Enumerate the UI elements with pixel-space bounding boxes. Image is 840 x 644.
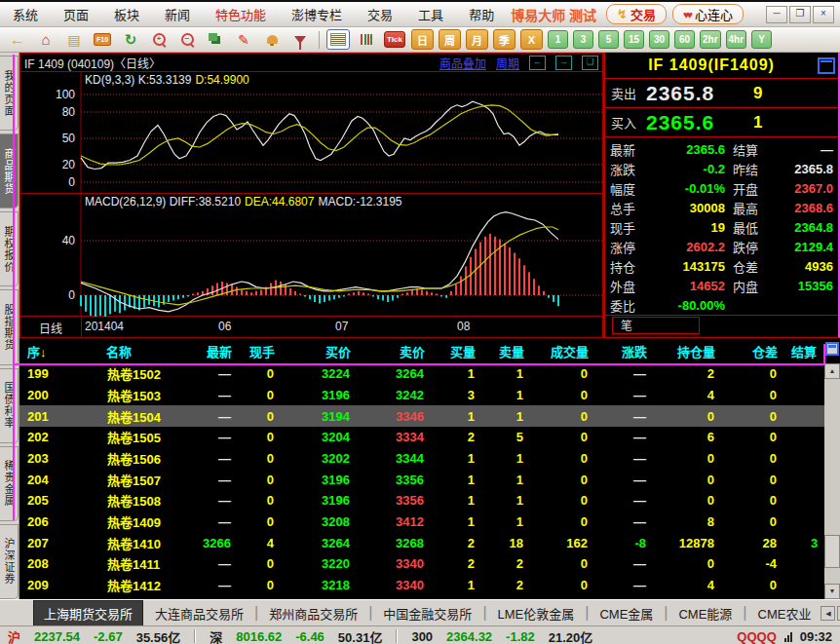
overlay-link[interactable]: 商品叠加 (439, 55, 486, 71)
column-header-涨跌[interactable]: 涨跌 (596, 342, 655, 360)
column-header-名称[interactable]: 名称 (64, 342, 173, 360)
scroll-down-arrow[interactable]: ▼ (824, 584, 840, 599)
period-button-60[interactable]: 60 (674, 30, 695, 49)
sidebar-tab-稀贵金属[interactable]: 稀贵金属 (0, 446, 19, 521)
period-button-15[interactable]: 15 (624, 30, 644, 49)
column-header-最新[interactable]: 最新 (173, 342, 240, 360)
column-header-买量[interactable]: 买量 (433, 342, 483, 360)
edit-pencil-icon[interactable]: ✎ (232, 29, 255, 50)
period-button-5[interactable]: 5 (598, 30, 619, 49)
kd-indicator-panel[interactable]: KD(9,3,3) K:53.3139D:54.9900 1008050200 (20, 72, 602, 194)
period-button-X[interactable]: X (520, 29, 543, 50)
tick-tab[interactable]: 笔 (612, 317, 700, 334)
menu-item-板块[interactable]: 板块 (101, 8, 152, 22)
table-corner-window-icon[interactable] (825, 342, 839, 356)
sidebar-tab-国债利率[interactable]: 国债利率 (0, 368, 19, 443)
menu-item-帮助[interactable]: 帮助 (456, 8, 507, 22)
exchange-tab-CME能源[interactable]: CME能源 (668, 601, 742, 625)
column-header-成交量[interactable]: 成交量 (532, 342, 596, 360)
column-header-买价[interactable]: 买价 (283, 342, 359, 360)
quote-table-view-button[interactable] (326, 29, 350, 50)
exchange-tab-上海期货交易所[interactable]: 上海期货交易所 (33, 600, 143, 626)
column-header-持仓量[interactable]: 持仓量 (655, 342, 723, 360)
cell: 12878 (655, 536, 723, 550)
macd-chart[interactable]: 400 (20, 194, 602, 317)
period-button-日[interactable]: 日 (411, 29, 434, 50)
overlay-icon[interactable] (204, 29, 227, 50)
exchange-tab-LME伦敦金属[interactable]: LME伦敦金属 (488, 601, 585, 625)
sidebar-tab-股指期货[interactable]: 股指期货 (0, 289, 19, 364)
period-button-月[interactable]: 月 (466, 29, 488, 50)
exchange-tab-CME农业[interactable]: CME农业 (748, 601, 821, 625)
period-button-30[interactable]: 30 (649, 30, 669, 49)
column-header-卖价[interactable]: 卖价 (359, 342, 433, 360)
exchange-tab-中国金融交易所[interactable]: 中国金融交易所 (373, 601, 481, 625)
heart-link-button[interactable]: ♥♥ 心连心 (672, 4, 744, 24)
period-button-3[interactable]: 3 (573, 30, 593, 49)
sidebar-tab-商品期货[interactable]: 商品期货 (0, 133, 19, 208)
table-row-206[interactable]: 206热卷1409—032083412110—80 (19, 511, 824, 533)
tabs-left-arrow[interactable]: ◀ (821, 606, 835, 621)
period-button-Y[interactable]: Y (751, 30, 772, 49)
home-icon[interactable]: ⌂ (34, 29, 57, 50)
menu-item-特色功能[interactable]: 特色功能 (203, 8, 279, 22)
kd-chart[interactable]: 1008050200 (20, 72, 602, 193)
column-header-结算[interactable]: 结算 (785, 342, 824, 360)
filter-funnel-icon[interactable] (288, 29, 312, 50)
table-row-201[interactable]: 201热卷1504—031943346110—00 (19, 405, 824, 427)
column-header-仓差[interactable]: 仓差 (723, 342, 785, 360)
restore-button[interactable]: ❐ (789, 6, 811, 23)
period-button-季[interactable]: 季 (493, 29, 515, 50)
table-row-199[interactable]: 199热卷1502—032243264110—20 (19, 363, 824, 385)
sidebar-tab-沪深证券[interactable]: 沪深证券 (0, 524, 19, 599)
refresh-icon[interactable]: ↻ (119, 29, 142, 50)
next-arrow-icon[interactable]: → (555, 56, 572, 70)
alert-bell-icon[interactable] (260, 29, 284, 50)
table-row-203[interactable]: 203热卷1506—032023344110—00 (19, 448, 824, 470)
tick-view-button[interactable]: Tick (383, 29, 406, 50)
chart-region[interactable]: IF 1409 (040109)〈日线〉 商品叠加 周期 ← → ❏ KD(9,… (19, 53, 603, 338)
column-header-现手[interactable]: 现手 (240, 342, 283, 360)
vertical-scrollbar[interactable]: ▲ ▼ (824, 363, 840, 599)
menu-item-新闻[interactable]: 新闻 (152, 8, 203, 22)
exchange-tab-郑州商品交易所[interactable]: 郑州商品交易所 (259, 601, 367, 625)
sidebar-tab-期权报价[interactable]: 期权报价 (0, 211, 19, 286)
period-link[interactable]: 周期 (496, 55, 519, 71)
quote-window-icon[interactable] (818, 57, 835, 74)
minimize-button[interactable]: ─ (766, 6, 787, 23)
table-row-200[interactable]: 200热卷1503—031963242310—40 (19, 385, 824, 406)
period-button-1[interactable]: 1 (548, 30, 568, 49)
period-button-周[interactable]: 周 (439, 29, 461, 50)
column-header-序[interactable]: 序↓ (19, 342, 64, 360)
menu-item-系统[interactable]: 系统 (0, 8, 51, 22)
menu-item-页面[interactable]: 页面 (51, 8, 101, 22)
scrollbar-thumb[interactable] (824, 535, 840, 568)
back-icon[interactable]: ← (6, 29, 29, 50)
table-row-204[interactable]: 204热卷1507—031963356110—00 (19, 469, 824, 490)
period-button-4hr[interactable]: 4hr (726, 30, 747, 49)
table-row-202[interactable]: 202热卷1505—032043334250—60 (19, 427, 824, 448)
split-window-icon[interactable]: ❏ (582, 56, 598, 70)
f10-info-icon[interactable]: F10 (91, 29, 114, 50)
menu-item-工具[interactable]: 工具 (405, 8, 456, 22)
table-row-205[interactable]: 205热卷1508—031963356110—00 (19, 490, 824, 511)
zoom-in-icon[interactable]: + (147, 29, 171, 50)
notes-icon[interactable]: ▤ (62, 29, 86, 50)
menu-item-交易[interactable]: 交易 (355, 8, 405, 22)
table-row-207[interactable]: 207热卷14103266432643268218162-812878283 (19, 532, 824, 553)
scroll-up-arrow[interactable]: ▲ (824, 363, 840, 379)
table-row-208[interactable]: 208热卷1411—032203340220—0-4 (19, 553, 824, 575)
menu-item-澎博专栏[interactable]: 澎博专栏 (279, 8, 355, 22)
macd-indicator-panel[interactable]: MACD(26,12,9) DIFF:38.5210DEA:44.6807MAC… (20, 194, 602, 317)
period-button-2hr[interactable]: 2hr (700, 30, 721, 49)
sidebar-tab-我的页面[interactable]: 我的页面 (0, 56, 19, 131)
table-row-209[interactable]: 209热卷1412—032183340120—40 (19, 575, 824, 596)
bar-chart-view-button[interactable] (355, 29, 378, 50)
column-header-卖量[interactable]: 卖量 (483, 342, 532, 360)
zoom-out-icon[interactable]: − (175, 29, 199, 50)
exchange-tab-CME金属[interactable]: CME金属 (590, 601, 663, 625)
exchange-tab-大连商品交易所[interactable]: 大连商品交易所 (145, 601, 253, 625)
prev-arrow-icon[interactable]: ← (529, 56, 546, 70)
trade-button[interactable]: ↯ 交易 (606, 4, 667, 24)
close-button[interactable]: × (813, 6, 834, 23)
